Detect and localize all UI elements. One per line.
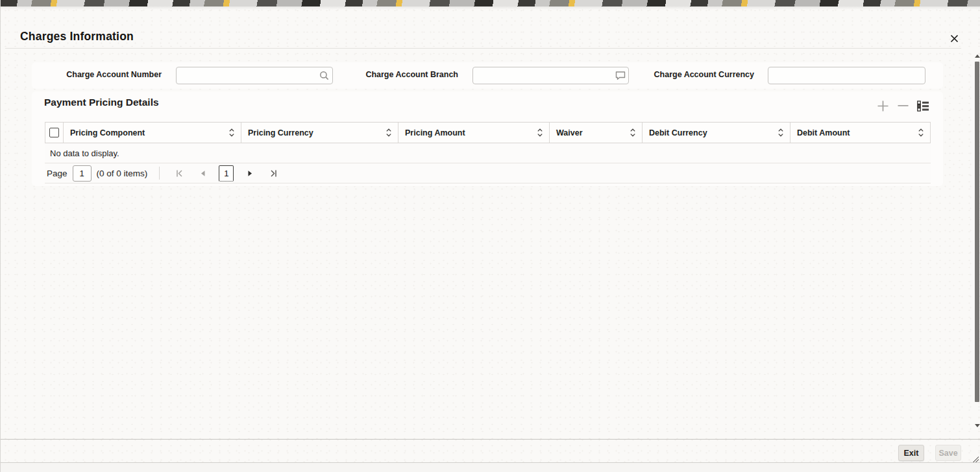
- charge-account-form: Charge Account Number Charge Account Bra…: [32, 62, 943, 89]
- resize-grip[interactable]: [972, 456, 979, 462]
- empty-state-message: No data to display.: [50, 148, 119, 158]
- charge-account-number-label: Charge Account Number: [32, 70, 162, 79]
- column-label: Pricing Amount: [405, 128, 465, 137]
- column-header-debit-currency[interactable]: Debit Currency: [643, 123, 790, 143]
- first-page-button[interactable]: [173, 166, 186, 180]
- empty-state-row: No data to display.: [45, 143, 931, 163]
- previous-page-icon: [200, 170, 206, 177]
- column-label: Pricing Component: [70, 128, 145, 137]
- sort-icon[interactable]: [630, 128, 636, 137]
- add-row-button[interactable]: [876, 99, 890, 113]
- column-header-waiver[interactable]: Waiver: [550, 123, 643, 143]
- charges-information-window: Charges Information Charge Account Numbe…: [0, 0, 980, 472]
- select-all-cell: [45, 123, 64, 143]
- column-label: Pricing Currency: [248, 128, 313, 137]
- column-label: Debit Currency: [649, 128, 707, 137]
- current-page-indicator[interactable]: 1: [219, 165, 234, 182]
- pricing-table: Pricing Component Pricing Currency Prici…: [45, 122, 931, 183]
- next-page-icon: [247, 170, 253, 177]
- pagination-divider: [159, 167, 160, 180]
- header-divider: [5, 48, 961, 49]
- minus-icon: [898, 104, 909, 107]
- charge-account-branch-label: Charge Account Branch: [285, 70, 458, 79]
- save-button: Save: [935, 445, 961, 461]
- list-view-button[interactable]: [916, 99, 930, 113]
- first-page-icon: [175, 169, 184, 178]
- close-button[interactable]: [946, 30, 962, 46]
- previous-page-button[interactable]: [196, 166, 209, 180]
- payment-pricing-details-section: Payment Pricing Details: [32, 91, 943, 186]
- sort-icon[interactable]: [778, 128, 784, 137]
- desktop-background-fade: [1, 6, 980, 10]
- page-title: Charges Information: [20, 30, 134, 43]
- column-label: Debit Amount: [797, 128, 850, 137]
- desktop-background-strip: [1, 0, 980, 6]
- list-icon: [917, 100, 929, 112]
- items-summary: (0 of 0 items): [97, 169, 148, 178]
- column-header-pricing-amount[interactable]: Pricing Amount: [398, 123, 550, 143]
- sort-icon[interactable]: [537, 128, 543, 137]
- last-page-icon: [269, 169, 278, 178]
- column-header-debit-amount[interactable]: Debit Amount: [790, 123, 931, 143]
- exit-button[interactable]: Exit: [898, 445, 924, 461]
- next-page-button[interactable]: [243, 166, 256, 180]
- remove-row-button[interactable]: [896, 99, 910, 113]
- plus-icon: [877, 100, 889, 112]
- sort-icon[interactable]: [386, 128, 392, 137]
- close-icon: [949, 34, 959, 43]
- grid-toolbar: [876, 99, 930, 113]
- select-all-checkbox[interactable]: [49, 128, 59, 137]
- pagination-bar: Page (0 of 0 items): [45, 163, 931, 183]
- scrollbar-thumb[interactable]: [975, 62, 979, 402]
- scroll-down-arrow-icon[interactable]: [974, 423, 980, 429]
- page-label: Page: [47, 169, 67, 178]
- last-page-button[interactable]: [267, 166, 280, 180]
- section-title: Payment Pricing Details: [44, 97, 159, 108]
- window-bottom-edge: [1, 462, 980, 472]
- column-label: Waiver: [556, 128, 583, 137]
- vertical-scrollbar[interactable]: [974, 53, 980, 436]
- charge-account-currency-input[interactable]: [768, 67, 925, 84]
- sort-icon[interactable]: [228, 128, 235, 137]
- page-number-input[interactable]: [73, 165, 92, 182]
- column-header-pricing-currency[interactable]: Pricing Currency: [241, 123, 398, 143]
- footer-divider: [1, 439, 980, 440]
- sort-icon[interactable]: [918, 128, 924, 137]
- pricing-table-header: Pricing Component Pricing Currency Prici…: [45, 122, 931, 143]
- column-header-pricing-component[interactable]: Pricing Component: [64, 123, 241, 143]
- charge-account-currency-label: Charge Account Currency: [580, 70, 754, 79]
- scroll-up-arrow-icon[interactable]: [974, 53, 980, 59]
